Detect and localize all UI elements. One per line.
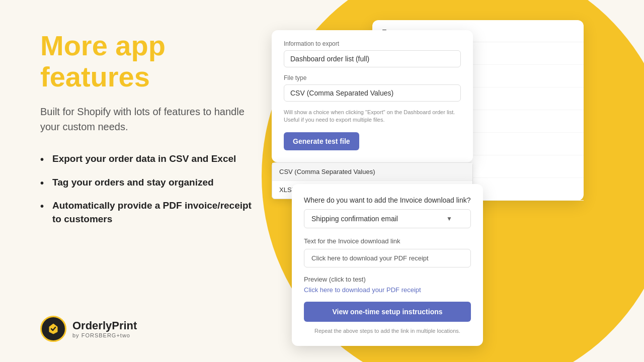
left-panel: More app features Built for Shopify with… bbox=[0, 0, 282, 362]
logo-icon bbox=[40, 316, 66, 342]
invoice-text-input[interactable] bbox=[304, 249, 471, 267]
chevron-down-icon: ▼ bbox=[446, 215, 452, 222]
dropdown-option-csv[interactable]: CSV (Comma Separated Values) bbox=[272, 163, 472, 181]
logo-svg bbox=[46, 322, 60, 336]
invoice-location-select-wrapper: Shipping confirmation email ▼ bbox=[304, 209, 471, 228]
subtitle: Built for Shopify with lots of features … bbox=[40, 104, 252, 134]
invoice-question: Where do you want to add the Invoice dow… bbox=[304, 196, 471, 204]
logo-text-block: OrderlyPrint by FORSBERG+two bbox=[72, 319, 137, 338]
invoice-text-label: Text for the Invoice download link bbox=[304, 237, 471, 245]
logo-name: OrderlyPrint bbox=[72, 319, 137, 332]
preview-link[interactable]: Click here to download your PDF receipt bbox=[304, 286, 471, 294]
invoice-location-select[interactable]: Shipping confirmation email ▼ bbox=[304, 209, 471, 228]
logo-area: OrderlyPrint by FORSBERG+two bbox=[40, 316, 252, 342]
features-list: Export your order data in CSV and Excel … bbox=[40, 152, 252, 226]
file-type-label: File type bbox=[284, 74, 461, 81]
info-label: Information to export bbox=[284, 40, 461, 47]
main-title: More app features bbox=[40, 30, 252, 92]
right-panel: Tag name Complete In-process On-hold Rus… bbox=[262, 0, 644, 362]
invoice-card: Where do you want to add the Invoice dow… bbox=[292, 184, 483, 346]
invoice-location-value: Shipping confirmation email bbox=[311, 215, 398, 223]
export-hint: Will show a choice when clicking "Export… bbox=[284, 109, 461, 124]
file-type-select[interactable]: CSV (Comma Separated Values) bbox=[284, 84, 461, 102]
feature-item-2: Tag your orders and stay organized bbox=[40, 176, 252, 190]
logo-sub: by FORSBERG+two bbox=[72, 332, 137, 338]
export-card: Information to export Dashboard order li… bbox=[272, 30, 473, 162]
preview-label: Preview (click to test) bbox=[304, 276, 471, 283]
setup-instructions-button[interactable]: View one-time setup instructions bbox=[304, 302, 471, 322]
repeat-hint: Repeat the above steps to add the link i… bbox=[304, 328, 471, 334]
feature-item-1: Export your order data in CSV and Excel bbox=[40, 152, 252, 166]
feature-item-3: Automatically provide a PDF invoice/rece… bbox=[40, 199, 252, 226]
generate-test-file-button[interactable]: Generate test file bbox=[284, 132, 359, 150]
info-select[interactable]: Dashboard order list (full) bbox=[284, 50, 461, 67]
